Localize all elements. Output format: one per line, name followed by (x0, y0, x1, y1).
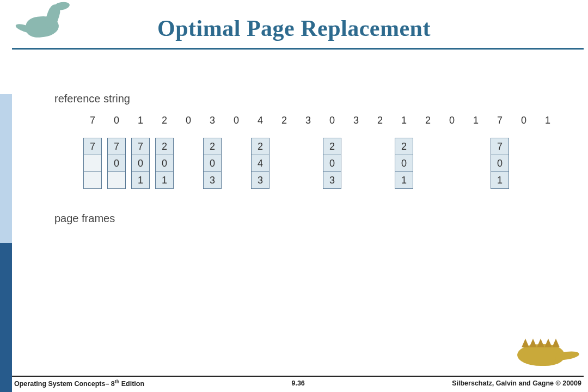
frame-column: 701 (131, 138, 150, 189)
frame-cell: 2 (395, 138, 413, 155)
reference-value: 0 (105, 115, 128, 126)
title-underline (12, 48, 584, 50)
frame-cell: 2 (251, 138, 270, 155)
reference-value: 2 (272, 115, 296, 126)
dinosaur-illustration-bottom-right (495, 334, 577, 372)
frame-column: 7 (83, 138, 102, 189)
reference-string-row: 70120304230321201701 (81, 115, 577, 126)
reference-value: 0 (224, 115, 248, 126)
slide-footer: Operating System Concepts– 8th Edition 9… (12, 376, 584, 389)
frame-cell: 0 (395, 155, 413, 172)
reference-string-label: reference string (54, 93, 577, 105)
reference-value: 0 (440, 115, 464, 126)
frame-column: 203 (203, 138, 222, 189)
reference-value: 1 (128, 115, 152, 126)
frame-column: 701 (491, 138, 509, 189)
footer-slide-number: 9.36 (291, 379, 304, 387)
frame-cell: 2 (323, 138, 341, 155)
frame-column: 70 (107, 138, 126, 189)
reference-value: 1 (536, 115, 560, 126)
frame-cell (83, 155, 102, 172)
reference-value: 3 (296, 115, 320, 126)
page-frames-label: page frames (54, 212, 577, 225)
frame-cell: 1 (131, 171, 150, 189)
slide-title: Optimal Page Replacement (0, 15, 588, 41)
reference-value: 2 (152, 115, 176, 126)
reference-value: 3 (344, 115, 368, 126)
slide-header: Optimal Page Replacement (0, 0, 588, 41)
frame-cell: 7 (83, 138, 102, 155)
frame-cell: 7 (131, 138, 150, 155)
footer-edition-suffix: Edition (119, 380, 144, 388)
frame-cell: 7 (491, 138, 509, 155)
reference-value: 2 (416, 115, 440, 126)
frame-cell: 7 (107, 138, 126, 155)
reference-value: 4 (248, 115, 272, 126)
frame-cell: 0 (203, 155, 222, 172)
reference-value: 0 (320, 115, 344, 126)
footer-book-title: Operating System Concepts– 8 (14, 380, 115, 388)
frame-cell: 2 (203, 138, 222, 155)
reference-value: 0 (176, 115, 200, 126)
diagram-content: reference string 70120304230321201701 77… (54, 93, 577, 225)
reference-value: 0 (512, 115, 536, 126)
frame-cell: 1 (155, 171, 174, 189)
reference-value: 1 (464, 115, 488, 126)
frame-column: 201 (395, 138, 413, 189)
reference-value: 1 (392, 115, 416, 126)
reference-value: 7 (488, 115, 512, 126)
frame-cell: 0 (107, 155, 126, 172)
footer-copyright: Silberschatz, Galvin and Gagne © 20009 (452, 379, 581, 387)
frame-cell: 2 (155, 138, 174, 155)
frame-cell: 3 (203, 171, 222, 189)
reference-value: 2 (368, 115, 392, 126)
frame-cell: 0 (155, 155, 174, 172)
frame-column: 201 (155, 138, 174, 189)
frame-cell: 3 (323, 171, 341, 189)
footer-edition-sup: th (115, 379, 120, 384)
frame-column: 203 (323, 138, 341, 189)
frame-cell: 0 (131, 155, 150, 172)
footer-left: Operating System Concepts– 8th Edition (14, 379, 144, 388)
frame-cell (107, 171, 126, 189)
frame-cell: 1 (395, 171, 413, 189)
left-stripe (0, 0, 12, 392)
frame-cell: 0 (491, 155, 509, 172)
reference-value: 3 (200, 115, 224, 126)
frame-cell: 1 (491, 171, 509, 189)
frame-cell: 0 (323, 155, 341, 172)
frame-cell (83, 171, 102, 189)
frame-cell: 4 (251, 155, 270, 172)
frame-cell: 3 (251, 171, 270, 189)
reference-value: 7 (81, 115, 105, 126)
frame-column: 243 (251, 138, 270, 189)
page-frames-row: 770701201203243203201701 (81, 138, 577, 197)
